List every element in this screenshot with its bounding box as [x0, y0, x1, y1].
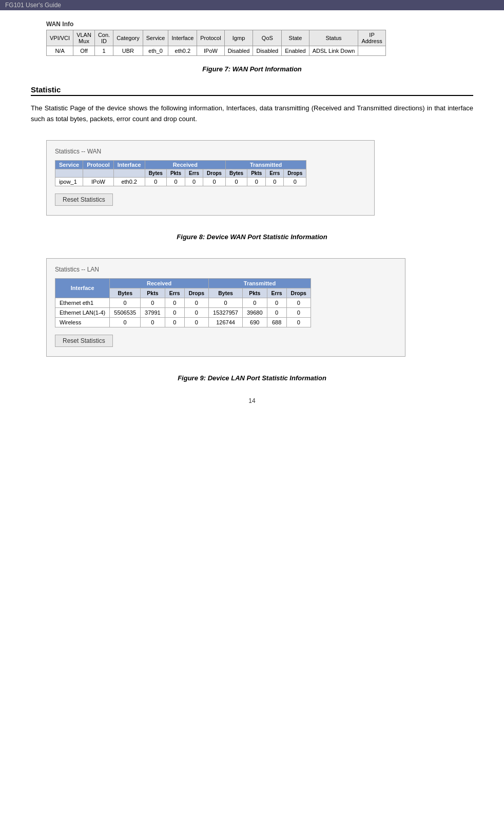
wan-col-service: Service: [55, 160, 83, 169]
wan-col-interface: Interface: [113, 160, 145, 169]
wan-sub-tx-errs: Errs: [266, 169, 284, 177]
wan-reset-button[interactable]: Reset Statistics: [55, 193, 113, 206]
wan-sub-tx-drops: Drops: [284, 169, 306, 177]
cell-igmp: Disabled: [224, 46, 253, 56]
wan-sub-tx-bytes: Bytes: [225, 169, 247, 177]
page-header: FG101 User's Guide: [0, 0, 504, 10]
lan-cell-2-1: 0: [110, 317, 141, 327]
lan-cell-2-4: 0: [184, 317, 208, 327]
statistic-description: The Statistic Page of the device shows t…: [31, 103, 473, 125]
wan-sub-rx-drops: Drops: [203, 169, 226, 177]
wan-cell-tx-pkts: 0: [247, 177, 266, 186]
cell-category: UBR: [113, 46, 143, 56]
wan-cell-tx-drops: 0: [284, 177, 306, 186]
lan-sub-rx-errs: Errs: [165, 288, 184, 298]
lan-cell-1-3: 0: [165, 307, 184, 317]
wan-col-protocol: Protocol: [83, 160, 114, 169]
col-service: Service: [143, 30, 168, 46]
wan-cell-interface: eth0.2: [113, 177, 145, 186]
col-category: Category: [113, 30, 143, 46]
wan-cell-rx-errs: 0: [185, 177, 203, 186]
figure9-caption: Figure 9: Device LAN Port Statistic Info…: [31, 374, 473, 382]
col-vlan-mux: VLANMux: [73, 30, 95, 46]
lan-cell-2-3: 0: [165, 317, 184, 327]
wan-table-row: N/A Off 1 UBR eth_0 eth0.2 IPoW Disabled…: [47, 46, 386, 56]
cell-state: Enabled: [282, 46, 309, 56]
lan-cell-0-0: Ethernet eth1: [55, 298, 110, 307]
wan-sub-empty3: [113, 169, 145, 177]
lan-cell-1-6: 39680: [243, 307, 267, 317]
lan-cell-2-5: 126744: [209, 317, 243, 327]
lan-cell-2-7: 688: [267, 317, 286, 327]
cell-vpi-vci: N/A: [47, 46, 73, 56]
statistic-heading: Statistic: [31, 85, 473, 96]
lan-cell-2-2: 0: [141, 317, 165, 327]
lan-stats-row: Wireless00001267446906880: [55, 317, 311, 327]
wan-info-figure: WAN Info VPI/VCI VLANMux Con.ID Category…: [46, 21, 473, 56]
wan-col-transmitted: Transmitted: [225, 160, 306, 169]
lan-stats-box: Statistics -- LAN Interface Received Tra…: [46, 258, 405, 357]
wan-sub-empty2: [83, 169, 114, 177]
cell-service: eth_0: [143, 46, 168, 56]
lan-cell-0-6: 0: [243, 298, 267, 307]
wan-stats-figure: Statistics -- WAN Service Protocol Inter…: [46, 135, 473, 224]
lan-sub-tx-drops: Drops: [286, 288, 311, 298]
lan-col-received: Received: [110, 278, 209, 288]
wan-cell-service: ipow_1: [55, 177, 83, 186]
lan-cell-1-4: 0: [184, 307, 208, 317]
lan-cell-0-5: 0: [209, 298, 243, 307]
col-igmp: Igmp: [224, 30, 253, 46]
wan-cell-tx-bytes: 0: [225, 177, 247, 186]
lan-stats-figure: Statistics -- LAN Interface Received Tra…: [46, 253, 473, 365]
cell-qos: Disabled: [253, 46, 282, 56]
lan-cell-1-0: Ethernet LAN(1-4): [55, 307, 110, 317]
lan-cell-0-8: 0: [286, 298, 311, 307]
lan-stats-row: Ethernet eth100000000: [55, 298, 311, 307]
lan-cell-1-2: 37991: [141, 307, 165, 317]
wan-stats-table: Service Protocol Interface Received Tran…: [55, 160, 306, 186]
lan-reset-button[interactable]: Reset Statistics: [55, 335, 113, 347]
wan-stats-row: ipow_1 IPoW eth0.2 0 0 0 0 0 0 0 0: [55, 177, 306, 186]
wan-sub-rx-bytes: Bytes: [145, 169, 166, 177]
wan-cell-rx-drops: 0: [203, 177, 226, 186]
lan-sub-tx-bytes: Bytes: [209, 288, 243, 298]
page-content: WAN Info VPI/VCI VLANMux Con.ID Category…: [0, 10, 504, 425]
lan-sub-rx-drops: Drops: [184, 288, 208, 298]
cell-status: ADSL Link Down: [309, 46, 358, 56]
figure8-caption: Figure 8: Device WAN Port Statistic Info…: [31, 233, 473, 241]
col-status: Status: [309, 30, 358, 46]
wan-info-label: WAN Info: [46, 21, 73, 28]
lan-stats-row: Ethernet LAN(1-4)55065353799100153279573…: [55, 307, 311, 317]
lan-cell-1-1: 5506535: [110, 307, 141, 317]
cell-ip-address: [358, 46, 385, 56]
col-qos: QoS: [253, 30, 282, 46]
lan-cell-1-5: 15327957: [209, 307, 243, 317]
wan-info-table: VPI/VCI VLANMux Con.ID Category Service …: [46, 30, 386, 56]
lan-stats-table: Interface Received Transmitted Bytes Pkt…: [55, 278, 311, 327]
lan-col-transmitted: Transmitted: [209, 278, 311, 288]
lan-sub-tx-pkts: Pkts: [243, 288, 267, 298]
lan-cell-2-8: 0: [286, 317, 311, 327]
wan-cell-rx-bytes: 0: [145, 177, 166, 186]
cell-interface: eth0.2: [168, 46, 197, 56]
lan-cell-2-0: Wireless: [55, 317, 110, 327]
lan-stats-title: Statistics -- LAN: [55, 266, 397, 273]
wan-sub-empty1: [55, 169, 83, 177]
wan-sub-rx-errs: Errs: [185, 169, 203, 177]
lan-sub-rx-pkts: Pkts: [141, 288, 165, 298]
header-title: FG101 User's Guide: [5, 2, 61, 9]
col-state: State: [282, 30, 309, 46]
lan-cell-2-6: 690: [243, 317, 267, 327]
col-interface: Interface: [168, 30, 197, 46]
lan-sub-rx-bytes: Bytes: [110, 288, 141, 298]
lan-cell-1-8: 0: [286, 307, 311, 317]
lan-cell-0-7: 0: [267, 298, 286, 307]
wan-sub-tx-pkts: Pkts: [247, 169, 266, 177]
wan-stats-title: Statistics -- WAN: [55, 148, 366, 155]
figure7-caption: Figure 7: WAN Port Information: [31, 65, 473, 73]
cell-protocol: IPoW: [197, 46, 224, 56]
col-vpi-vci: VPI/VCI: [47, 30, 73, 46]
lan-cell-0-1: 0: [110, 298, 141, 307]
wan-stats-box: Statistics -- WAN Service Protocol Inter…: [46, 140, 375, 216]
wan-cell-rx-pkts: 0: [166, 177, 185, 186]
